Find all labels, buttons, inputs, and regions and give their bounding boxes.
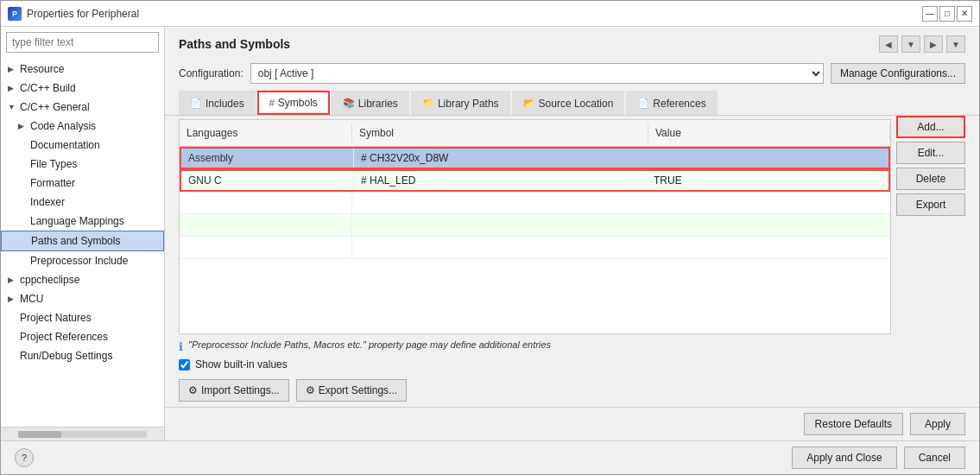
tab-includes[interactable]: 📄 Includes — [179, 91, 256, 115]
nav-back-button[interactable]: ◀ — [879, 35, 898, 53]
sidebar-item-resource[interactable]: ▶ Resource — [1, 60, 164, 79]
scroll-track — [18, 431, 147, 438]
sidebar-item-preprocessor-include[interactable]: Preprocessor Include — [1, 251, 164, 270]
tab-label-includes: Includes — [205, 98, 244, 110]
tab-references[interactable]: 📄 References — [626, 91, 717, 115]
symbol-cell-2: # HAL_LED — [354, 171, 647, 190]
show-builtin-checkbox[interactable] — [179, 359, 190, 370]
sidebar-item-label-language-mappings: Language Mappings — [30, 213, 124, 229]
sidebar-item-label-paths-and-symbols: Paths and Symbols — [31, 233, 120, 249]
tree-arrow-cpp-general: ▼ — [8, 99, 16, 115]
sidebar-item-project-natures[interactable]: Project Natures — [1, 308, 164, 327]
sidebar-item-label-mcu: MCU — [20, 291, 43, 307]
sidebar-item-code-analysis[interactable]: ▶ Code Analysis — [1, 117, 164, 136]
bottom-right-buttons: Apply and Close Cancel — [792, 446, 965, 469]
config-select[interactable]: obj [ Active ] — [250, 63, 824, 84]
add-button[interactable]: Add... — [896, 116, 965, 138]
checkbox-row: Show built-in values — [179, 357, 965, 376]
tab-symbols[interactable]: # Symbols — [257, 91, 330, 115]
sidebar: ▶ Resource ▶ C/C++ Build ▼ C/C++ General… — [1, 27, 165, 440]
nav-dropdown-button[interactable]: ▼ — [901, 35, 920, 53]
sidebar-item-mcu[interactable]: ▶ MCU — [1, 289, 164, 308]
page-title: Paths and Symbols — [179, 37, 290, 51]
edit-button[interactable]: Edit... — [896, 142, 965, 164]
col-symbol: Symbol — [352, 124, 648, 142]
apply-and-close-button[interactable]: Apply and Close — [792, 446, 896, 469]
info-text: "Preprocessor Include Paths, Macros etc.… — [188, 339, 551, 350]
import-export-row: ⚙ Import Settings... ⚙ Export Settings..… — [179, 376, 965, 407]
title-bar-left: P Properties for Peripheral — [8, 7, 139, 21]
sidebar-item-label-code-analysis: Code Analysis — [30, 118, 96, 134]
sidebar-item-documentation[interactable]: Documentation — [1, 136, 164, 155]
tab-source-location[interactable]: 📂 Source Location — [512, 91, 625, 115]
table-row-empty-3 — [180, 237, 890, 259]
value-cell-1 — [647, 149, 888, 168]
table-with-actions: Languages Symbol Value Assembly # CH32V2… — [179, 116, 965, 334]
config-label: Configuration: — [179, 67, 243, 79]
tree-arrow-cppcheclipse: ▶ — [8, 272, 16, 288]
sidebar-item-run-debug-settings[interactable]: Run/Debug Settings — [1, 346, 164, 365]
minimize-button[interactable]: — — [922, 6, 938, 22]
table-body: Assembly # CH32V20x_D8W GNU C # HAL_LED … — [180, 147, 890, 333]
tree-arrow-mcu: ▶ — [8, 291, 16, 307]
tabs-bar: 📄 Includes # Symbols 📚 Libraries 📁 Libra… — [165, 91, 979, 116]
close-button[interactable]: ✕ — [957, 6, 972, 22]
restore-defaults-button[interactable]: Restore Defaults — [804, 413, 903, 435]
maximize-button[interactable]: □ — [939, 6, 955, 22]
col-languages: Languages — [180, 124, 352, 142]
tab-label-symbols: Symbols — [278, 97, 318, 109]
sidebar-item-paths-and-symbols[interactable]: Paths and Symbols — [1, 231, 164, 251]
sidebar-item-label-run-debug-settings: Run/Debug Settings — [20, 348, 112, 364]
tree-arrow-cpp-build: ▶ — [8, 80, 16, 96]
export-button[interactable]: Export — [896, 193, 965, 216]
tab-label-libraries: Libraries — [358, 98, 398, 110]
sidebar-item-label-formatter: Formatter — [30, 175, 75, 191]
sidebar-scrollbar[interactable] — [1, 427, 164, 440]
tab-label-library-paths: Library Paths — [438, 98, 499, 110]
sidebar-item-formatter[interactable]: Formatter — [1, 174, 164, 193]
nav-forward-button[interactable]: ▶ — [924, 35, 943, 53]
tree-arrow-resource: ▶ — [8, 61, 16, 77]
action-buttons: Add... Edit... Delete Export — [896, 116, 965, 334]
sidebar-item-file-types[interactable]: File Types — [1, 155, 164, 174]
title-bar: P Properties for Peripheral — □ ✕ — [1, 1, 979, 27]
sidebar-item-label-indexer: Indexer — [30, 194, 65, 210]
manage-configurations-button[interactable]: Manage Configurations... — [831, 63, 965, 84]
sidebar-item-label-resource: Resource — [20, 61, 64, 77]
symbol-cell-1: # CH32V20x_D8W — [354, 149, 647, 168]
sidebar-item-label-cpp-general: C/C++ General — [20, 99, 90, 115]
sidebar-item-project-references[interactable]: Project References — [1, 327, 164, 346]
tab-library-paths[interactable]: 📁 Library Paths — [411, 91, 510, 115]
cancel-button[interactable]: Cancel — [904, 446, 965, 469]
sidebar-item-indexer[interactable]: Indexer — [1, 193, 164, 212]
sidebar-item-cppcheclipse[interactable]: ▶ cppcheclipse — [1, 270, 164, 289]
col-value: Value — [648, 124, 890, 142]
sidebar-item-language-mappings[interactable]: Language Mappings — [1, 212, 164, 231]
table-row[interactable]: Assembly # CH32V20x_D8W — [180, 147, 890, 169]
table-row[interactable]: GNU C # HAL_LED TRUE — [180, 169, 890, 192]
search-input[interactable] — [6, 32, 159, 53]
import-settings-button[interactable]: ⚙ Import Settings... — [179, 379, 289, 402]
scroll-thumb — [18, 431, 61, 438]
main-content: ▶ Resource ▶ C/C++ Build ▼ C/C++ General… — [1, 27, 979, 440]
tab-label-source-location: Source Location — [539, 98, 614, 110]
export-settings-button[interactable]: ⚙ Export Settings... — [296, 379, 407, 402]
dialog-bottom-bar: ? Apply and Close Cancel — [1, 440, 979, 474]
sidebar-item-cpp-general[interactable]: ▼ C/C++ General — [1, 98, 164, 117]
tab-icon-library-paths: 📁 — [422, 98, 434, 109]
import-settings-label: Import Settings... — [201, 384, 280, 396]
tab-label-references: References — [653, 98, 705, 110]
tab-icon-includes: 📄 — [190, 98, 202, 109]
help-button[interactable]: ? — [15, 448, 34, 467]
nav-dropdown2-button[interactable]: ▼ — [946, 35, 965, 53]
sidebar-item-label-cppcheclipse: cppcheclipse — [20, 272, 79, 288]
tab-libraries[interactable]: 📚 Libraries — [332, 91, 409, 115]
delete-button[interactable]: Delete — [896, 168, 965, 190]
sidebar-item-cpp-build[interactable]: ▶ C/C++ Build — [1, 79, 164, 98]
value-cell-2: TRUE — [647, 171, 888, 190]
tab-icon-references: 📄 — [637, 98, 649, 109]
tab-icon-source-location: 📂 — [523, 98, 535, 109]
table-row-empty-2 — [180, 214, 890, 237]
sidebar-item-label-preprocessor-include: Preprocessor Include — [30, 253, 128, 269]
apply-button[interactable]: Apply — [910, 413, 965, 435]
